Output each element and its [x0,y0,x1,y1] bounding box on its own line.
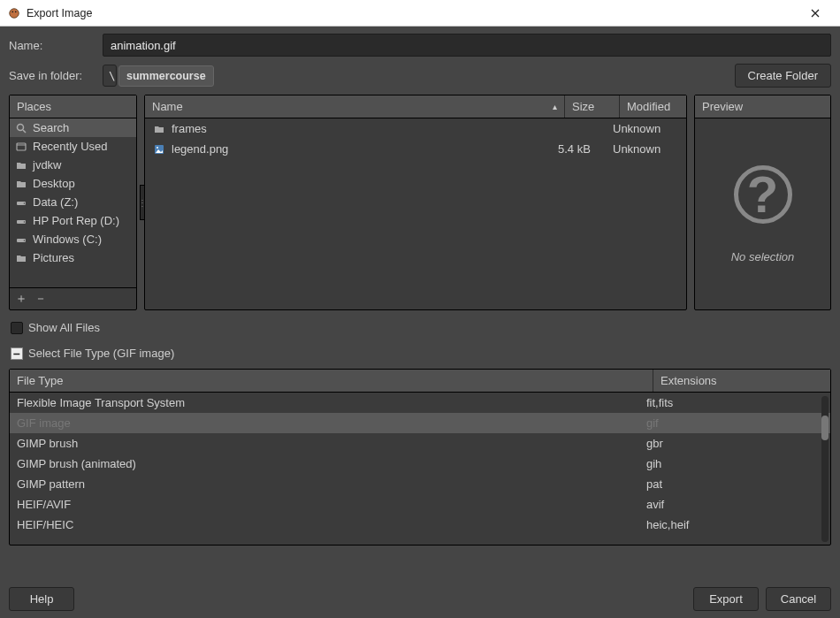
close-button[interactable] [798,1,833,26]
no-preview-icon: ? [734,165,792,224]
file-list-panel: Name ▴ Size Modified framesUnknownlegend… [144,95,687,310]
preview-status: No selection [731,250,795,263]
filetype-name: GIMP brush [17,437,646,450]
collapse-icon: ‒ [11,347,23,360]
drive-icon [15,196,27,209]
file-row[interactable]: framesUnknown [145,118,686,139]
drive-icon [15,233,27,246]
file-column-modified[interactable]: Modified [620,95,686,118]
preview-header: Preview [695,95,830,118]
filetype-row[interactable]: HEIF/HEICheic,heif [10,515,830,535]
save-in-folder-row: Save in folder: \ summercourse Create Fo… [9,64,831,88]
place-item-label: Data (Z:) [33,195,78,209]
search-icon [15,122,27,134]
filetype-row[interactable]: GIMP brush (animated)gih [10,454,830,474]
app-icon [7,6,21,20]
show-all-files-row[interactable]: Show All Files [9,317,831,338]
name-row: Name: [9,34,831,57]
filename-input[interactable] [103,34,831,57]
places-toolbar: ＋ － [10,287,136,309]
remove-place-button[interactable]: － [34,291,47,307]
filetype-scrollbar[interactable] [821,396,829,542]
svg-point-13 [157,147,158,149]
place-item[interactable]: Desktop [10,174,136,193]
scrollbar-thumb[interactable] [821,416,829,440]
show-all-files-checkbox[interactable] [11,322,23,334]
svg-point-9 [24,221,26,223]
dialog-button-bar: Help Export Cancel [9,582,831,611]
svg-rect-5 [17,143,26,150]
file-name: legend.png [172,142,558,156]
resize-grip-icon[interactable] [140,185,145,220]
filetype-ext: gif [646,416,823,430]
filetype-row[interactable]: Flexible Image Transport Systemfit,fits [10,393,830,413]
filetype-column-ext[interactable]: Extensions [653,370,830,392]
place-item[interactable]: jvdkw [10,156,136,174]
filetype-row[interactable]: HEIF/AVIFavif [10,494,830,515]
cancel-button[interactable]: Cancel [766,587,831,611]
show-all-files-label: Show All Files [28,321,100,334]
place-item[interactable]: Windows (C:) [10,230,136,248]
folder-icon [15,159,27,172]
title-bar: Export Image [0,0,840,27]
export-button[interactable]: Export [693,587,759,611]
places-panel: Places SearchRecently UsedjvdkwDesktopDa… [9,95,137,310]
filetype-ext: avif [646,498,823,511]
file-modified: Unknown [613,122,679,135]
place-item[interactable]: Pictures [10,248,136,267]
file-modified: Unknown [613,142,679,156]
svg-point-11 [24,240,26,241]
file-row[interactable]: legend.png5.4 kBUnknown [145,139,686,159]
place-item-label: jvdkw [33,158,62,172]
add-place-button[interactable]: ＋ [15,291,27,307]
svg-line-4 [23,130,26,133]
file-type-table: File Type Extensions Flexible Image Tran… [9,369,831,546]
folder-icon [152,124,166,134]
place-item[interactable]: HP Port Rep (D:) [10,211,136,230]
save-in-folder-label: Save in folder: [9,69,95,82]
svg-point-0 [10,8,19,18]
places-header: Places [10,95,136,118]
filetype-ext: heic,heif [646,518,823,531]
place-item-label: Recently Used [33,140,108,153]
svg-point-1 [11,11,13,12]
breadcrumb-root[interactable]: \ [103,65,117,87]
filetype-name: GIF image [17,416,646,430]
breadcrumb-current[interactable]: summercourse [118,65,214,87]
place-item-label: Windows (C:) [33,233,102,246]
breadcrumb: \ summercourse [103,65,214,87]
file-column-name[interactable]: Name ▴ [145,95,565,118]
place-item-label: HP Port Rep (D:) [33,214,119,227]
filetype-name: Flexible Image Transport System [17,396,646,409]
image-icon [152,144,166,155]
window-title: Export Image [27,7,92,19]
place-item-label: Desktop [33,177,75,190]
filetype-ext: gih [646,457,823,470]
folder-icon [15,178,27,190]
filetype-column-name[interactable]: File Type [10,370,653,392]
filetype-row[interactable]: GIMP patternpat [10,474,830,494]
filetype-ext: gbr [646,437,823,450]
file-name: frames [172,122,558,135]
file-size: 5.4 kB [558,142,613,156]
svg-point-3 [18,124,24,130]
filetype-ext: fit,fits [646,396,823,409]
filetype-row[interactable]: GIF imagegif [10,413,830,433]
sort-asc-icon: ▴ [553,102,557,111]
place-item[interactable]: Recently Used [10,137,136,156]
svg-point-7 [24,202,26,204]
select-file-type-toggle[interactable]: ‒ Select File Type (GIF image) [9,345,831,362]
place-item[interactable]: Data (Z:) [10,193,136,211]
recent-icon [15,141,27,153]
create-folder-button[interactable]: Create Folder [735,64,831,88]
place-item-label: Search [33,121,69,134]
place-item[interactable]: Search [10,118,136,137]
file-column-size[interactable]: Size [565,95,620,118]
folder-icon [15,252,27,264]
filetype-ext: pat [646,477,823,491]
place-item-label: Pictures [33,251,74,264]
filetype-name: GIMP brush (animated) [17,457,646,470]
svg-point-2 [15,11,17,12]
filetype-row[interactable]: GIMP brushgbr [10,433,830,454]
help-button[interactable]: Help [9,587,74,611]
